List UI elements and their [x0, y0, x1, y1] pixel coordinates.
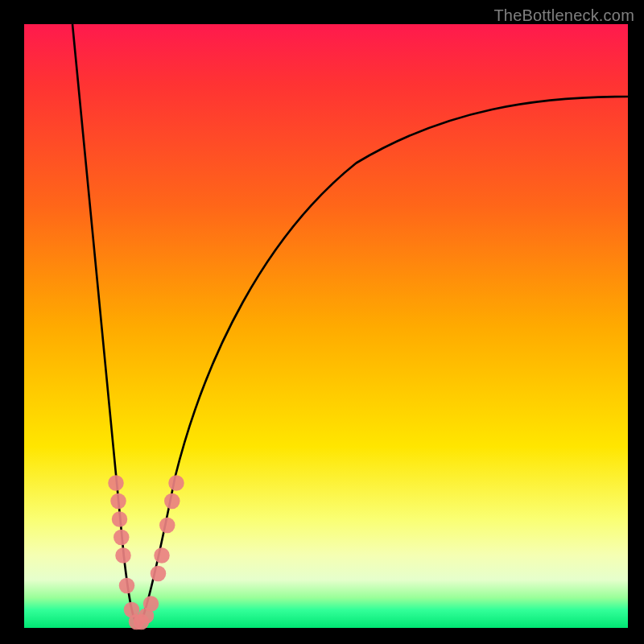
svg-point-2	[112, 511, 128, 526]
marker-group	[108, 475, 184, 630]
svg-point-13	[159, 518, 175, 533]
watermark-text: TheBottleneck.com	[493, 6, 634, 25]
curve-right	[139, 97, 629, 628]
svg-point-14	[164, 493, 180, 509]
svg-point-3	[114, 530, 130, 545]
svg-point-4	[115, 547, 130, 563]
svg-point-12	[154, 547, 170, 563]
svg-point-0	[108, 475, 124, 490]
svg-point-1	[110, 493, 126, 509]
svg-point-5	[119, 578, 135, 593]
svg-point-11	[151, 566, 167, 581]
plot-area	[24, 24, 628, 628]
svg-point-10	[143, 596, 159, 611]
curve-layer	[24, 24, 628, 628]
svg-point-15	[168, 475, 184, 490]
